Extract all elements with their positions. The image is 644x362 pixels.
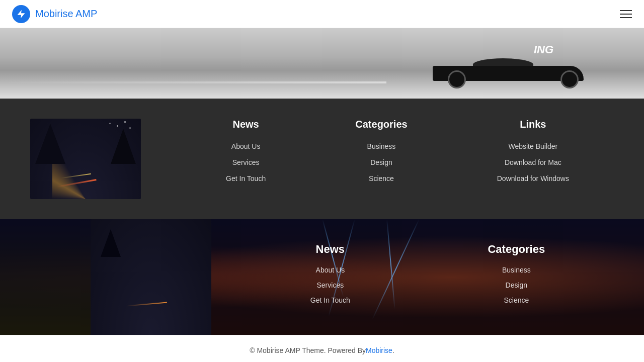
logo-icon xyxy=(12,5,30,23)
news-link-services[interactable]: Services xyxy=(232,158,260,166)
hamburger-menu[interactable] xyxy=(620,10,632,18)
news-link-contact[interactable]: Get In Touch xyxy=(226,174,266,183)
light-trail-1 xyxy=(56,179,96,188)
bg-section-content: News About Us Services Get In Touch Cate… xyxy=(211,219,644,335)
bg-news-title: News xyxy=(316,243,345,256)
car-wheel-front xyxy=(560,70,579,88)
hamburger-line-3 xyxy=(620,17,632,18)
footer-thumbnail xyxy=(30,119,141,199)
motion-blur xyxy=(0,81,386,83)
footer-categories-column: Categories Business Design Science xyxy=(355,119,407,191)
footer-suffix: . xyxy=(392,346,394,354)
hamburger-line-1 xyxy=(620,10,632,11)
bg-categories-title: Categories xyxy=(488,243,545,256)
car-wheel-rear xyxy=(448,70,466,88)
footer-columns: News About Us Services Get In Touch Cate… xyxy=(181,119,614,191)
trees-right xyxy=(111,129,136,164)
categories-title: Categories xyxy=(355,119,407,130)
link-download-mac[interactable]: Download for Mac xyxy=(505,158,561,166)
overlay-image-2 xyxy=(91,219,211,335)
category-link-design[interactable]: Design xyxy=(370,158,392,166)
logo-text: Mobirise AMP xyxy=(35,8,97,20)
inner-night-road xyxy=(91,219,211,335)
bg-categories-column: Categories Business Design Science xyxy=(488,243,545,311)
bg-news-column: News About Us Services Get In Touch xyxy=(310,243,350,311)
car-scene: ING RENAULT xyxy=(0,28,644,99)
bg-cat-science[interactable]: Science xyxy=(504,296,529,304)
bg-news-contact[interactable]: Get In Touch xyxy=(310,296,350,304)
news-link-about[interactable]: About Us xyxy=(231,142,261,150)
trees-left xyxy=(35,124,65,164)
link-download-windows[interactable]: Download for Windows xyxy=(497,174,569,183)
footer-copyright: © Mobirise AMP Theme. Powered By xyxy=(250,346,366,354)
overlay-images xyxy=(0,219,216,335)
bg-news-about[interactable]: About Us xyxy=(316,266,345,274)
logo-container[interactable]: Mobirise AMP xyxy=(12,5,97,23)
links-title: Links xyxy=(520,119,546,130)
footer-dark-section: News About Us Services Get In Touch Cate… xyxy=(0,99,644,219)
car-body xyxy=(433,53,594,88)
bg-news-services[interactable]: Services xyxy=(317,281,344,289)
stars xyxy=(124,121,126,123)
footer-news-column: News About Us Services Get In Touch xyxy=(226,119,266,191)
bg-city-section: News About Us Services Get In Touch Cate… xyxy=(0,219,644,335)
header: Mobirise AMP xyxy=(0,0,644,28)
hero-strip: ING RENAULT xyxy=(0,28,644,99)
hamburger-line-2 xyxy=(620,14,632,15)
footer-mobirise-link[interactable]: Mobirise xyxy=(366,346,392,354)
night-road-image xyxy=(30,119,141,199)
inner-trees xyxy=(101,229,121,257)
link-website-builder[interactable]: Website Builder xyxy=(508,142,557,150)
bg-cat-design[interactable]: Design xyxy=(506,281,528,289)
inner-light-trail xyxy=(127,302,167,307)
bg-cat-business[interactable]: Business xyxy=(502,266,531,274)
footer-image-column xyxy=(30,119,151,199)
news-title: News xyxy=(232,119,259,130)
light-trail-2 xyxy=(61,173,91,178)
category-link-business[interactable]: Business xyxy=(367,142,396,150)
category-link-science[interactable]: Science xyxy=(369,174,394,183)
footer-links-column: Links Website Builder Download for Mac D… xyxy=(497,119,569,191)
footer-bottom: © Mobirise AMP Theme. Powered By Mobiris… xyxy=(0,335,644,362)
